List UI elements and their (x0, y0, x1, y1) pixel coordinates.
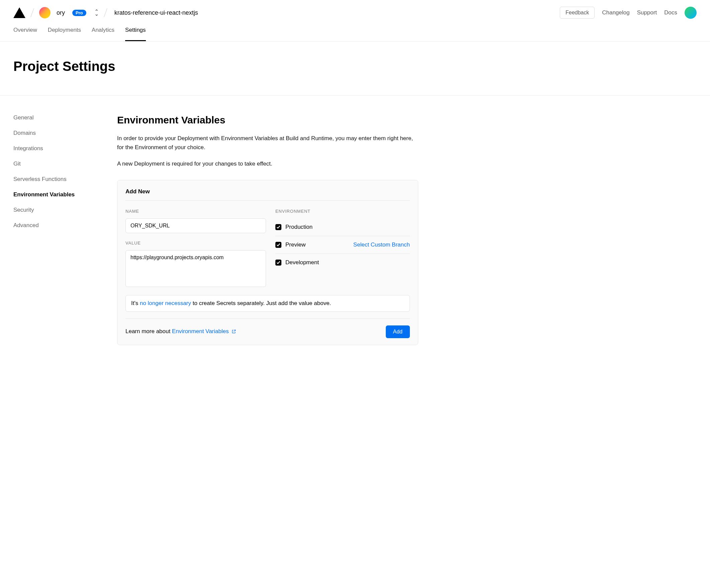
sidebar-item-advanced[interactable]: Advanced (14, 222, 97, 229)
vercel-logo-icon[interactable] (14, 7, 25, 18)
environment-label: ENVIRONMENT (275, 209, 410, 214)
nav-tabs: Overview Deployments Analytics Settings (0, 19, 710, 42)
value-input[interactable] (125, 250, 266, 287)
name-input[interactable] (125, 218, 266, 233)
section-heading: Environment Variables (117, 114, 418, 126)
hint-link[interactable]: no longer necessary (140, 300, 191, 307)
value-label: VALUE (125, 241, 266, 245)
external-link-icon (232, 329, 236, 336)
environment-list: Production Preview Select Custom Branch (275, 218, 410, 271)
name-label: NAME (125, 209, 266, 214)
feedback-button[interactable]: Feedback (560, 7, 595, 19)
section-description-1: In order to provide your Deployment with… (117, 134, 418, 152)
page-title: Project Settings (14, 59, 696, 74)
sidebar-item-security[interactable]: Security (14, 207, 97, 213)
hint-pre: It's (131, 300, 140, 307)
sidebar-item-domains[interactable]: Domains (14, 130, 97, 137)
checkbox-preview[interactable] (275, 242, 281, 248)
card-footer: Learn more about Environment Variables A… (125, 318, 410, 338)
sidebar-item-serverless[interactable]: Serverless Functions (14, 176, 97, 182)
project-name[interactable]: kratos-reference-ui-react-nextjs (114, 9, 198, 16)
top-link-changelog[interactable]: Changelog (602, 9, 629, 16)
top-link-support[interactable]: Support (637, 9, 657, 16)
secrets-hint: It's no longer necessary to create Secre… (125, 295, 410, 312)
env-label-preview: Preview (285, 242, 306, 248)
checkbox-production[interactable] (275, 224, 281, 230)
env-row-production: Production (275, 218, 410, 236)
org-name[interactable]: ory (56, 9, 65, 16)
hint-post: to create Secrets separately. Just add t… (191, 300, 331, 307)
env-label-development: Development (285, 259, 319, 266)
sidebar-item-general[interactable]: General (14, 114, 97, 121)
tab-analytics[interactable]: Analytics (92, 27, 114, 41)
top-link-docs[interactable]: Docs (664, 9, 677, 16)
topbar-right: Feedback Changelog Support Docs (560, 7, 696, 19)
env-row-preview: Preview Select Custom Branch (275, 236, 410, 254)
section-description-2: A new Deployment is required for your ch… (117, 159, 418, 168)
settings-sidebar: General Domains Integrations Git Serverl… (14, 114, 97, 345)
divider-slash (104, 8, 108, 17)
add-env-card: Add New NAME VALUE ENVIRONMENT (117, 180, 418, 345)
tab-deployments[interactable]: Deployments (48, 27, 81, 41)
env-label-production: Production (285, 224, 312, 230)
page-header: Project Settings (0, 42, 710, 96)
card-title: Add New (125, 188, 410, 195)
select-custom-branch-link[interactable]: Select Custom Branch (353, 242, 410, 248)
org-avatar[interactable] (39, 7, 50, 18)
sidebar-item-env-vars[interactable]: Environment Variables (14, 191, 97, 198)
content: Environment Variables In order to provid… (117, 114, 418, 345)
user-avatar[interactable] (685, 7, 696, 19)
scope-switcher-icon[interactable]: ⌃⌄ (94, 11, 99, 15)
plan-badge: Pro (72, 10, 86, 16)
checkbox-development[interactable] (275, 260, 281, 266)
sidebar-item-git[interactable]: Git (14, 161, 97, 167)
tab-settings[interactable]: Settings (125, 27, 145, 41)
sidebar-item-integrations[interactable]: Integrations (14, 145, 97, 152)
learn-pre: Learn more about (125, 328, 172, 335)
tab-overview[interactable]: Overview (14, 27, 37, 41)
main: General Domains Integrations Git Serverl… (0, 96, 710, 359)
env-row-development: Development (275, 254, 410, 271)
learn-link[interactable]: Environment Variables (172, 328, 229, 335)
topbar: ory Pro ⌃⌄ kratos-reference-ui-react-nex… (0, 0, 710, 19)
divider-slash (30, 8, 34, 17)
add-button[interactable]: Add (386, 325, 410, 338)
learn-more: Learn more about Environment Variables (125, 328, 236, 336)
